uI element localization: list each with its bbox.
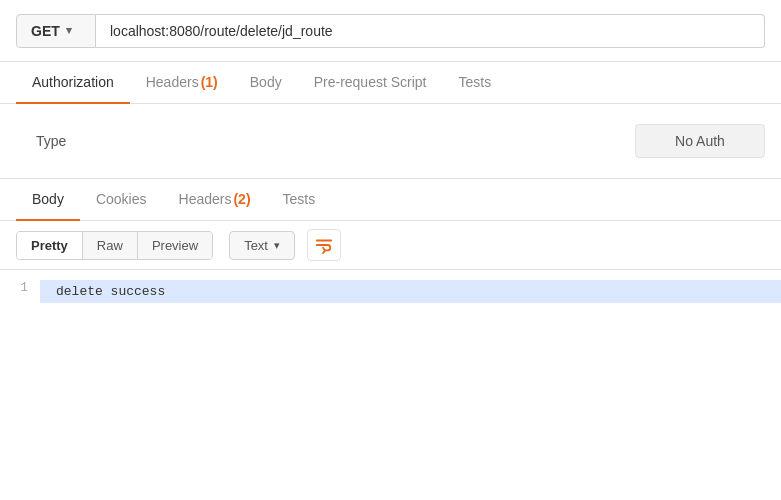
tab-body[interactable]: Body — [234, 62, 298, 104]
response-tab-tests[interactable]: Tests — [267, 179, 332, 221]
method-dropdown[interactable]: GET ▾ — [16, 14, 96, 48]
request-tabs: Authorization Headers(1) Body Pre-reques… — [16, 62, 765, 103]
code-area: 1 delete success — [0, 270, 781, 313]
sub-tab-raw[interactable]: Raw — [83, 232, 138, 259]
wrap-lines-icon — [315, 236, 333, 254]
text-format-label: Text — [244, 238, 268, 253]
tab-prerequest[interactable]: Pre-request Script — [298, 62, 443, 104]
tab-tests[interactable]: Tests — [443, 62, 508, 104]
sub-tab-pretty[interactable]: Pretty — [17, 232, 83, 259]
response-tabs: Body Cookies Headers(2) Tests — [16, 179, 765, 220]
url-bar: GET ▾ — [0, 0, 781, 62]
request-tabs-section: Authorization Headers(1) Body Pre-reques… — [0, 62, 781, 104]
sub-tabs-group: Pretty Raw Preview — [16, 231, 213, 260]
method-chevron: ▾ — [66, 24, 72, 37]
auth-type-value[interactable]: No Auth — [635, 124, 765, 158]
code-line-1[interactable]: delete success — [48, 282, 773, 301]
method-label: GET — [31, 23, 60, 39]
response-tab-cookies[interactable]: Cookies — [80, 179, 163, 221]
response-tab-headers[interactable]: Headers(2) — [163, 179, 267, 221]
url-input[interactable] — [96, 14, 765, 48]
text-format-chevron: ▾ — [274, 239, 280, 252]
tab-authorization[interactable]: Authorization — [16, 62, 130, 104]
line-numbers: 1 — [0, 280, 40, 303]
auth-type-label: Type — [16, 133, 66, 149]
response-tab-body[interactable]: Body — [16, 179, 80, 221]
response-tabs-section: Body Cookies Headers(2) Tests — [0, 179, 781, 221]
sub-tab-preview[interactable]: Preview — [138, 232, 212, 259]
text-format-dropdown[interactable]: Text ▾ — [229, 231, 295, 260]
tab-headers[interactable]: Headers(1) — [130, 62, 234, 104]
auth-section: Type No Auth — [0, 104, 781, 179]
wrap-lines-button[interactable] — [307, 229, 341, 261]
sub-tabs-bar: Pretty Raw Preview Text ▾ — [0, 221, 781, 270]
